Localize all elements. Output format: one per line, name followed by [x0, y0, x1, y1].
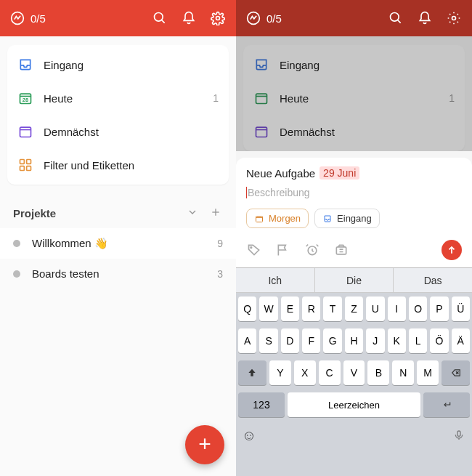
nav-upcoming[interactable]: Demnächst	[7, 115, 229, 148]
key-o[interactable]: O	[409, 297, 427, 321]
shift-key[interactable]	[238, 360, 266, 385]
key-l[interactable]: L	[409, 328, 427, 353]
left-pane: 0/5 Eingang 28	[0, 0, 236, 476]
key-k[interactable]: K	[388, 328, 406, 353]
nav-card: Eingang 28 Heute 1 Demnächst Filter und	[7, 45, 229, 185]
key-v[interactable]: V	[343, 360, 365, 385]
key-row: YXCVBNM	[236, 357, 472, 389]
key-ä[interactable]: Ä	[452, 328, 470, 353]
key-i[interactable]: I	[388, 297, 406, 321]
projects-section[interactable]: Projekte	[0, 198, 236, 228]
key-e[interactable]: E	[281, 297, 299, 321]
gear-icon[interactable]	[210, 10, 226, 26]
mic-key[interactable]	[448, 424, 470, 446]
add-task-fab[interactable]: +	[185, 425, 224, 464]
productivity-icon	[246, 11, 261, 25]
parsed-date-chip[interactable]: 29 Juni	[320, 166, 359, 179]
submit-button[interactable]	[442, 240, 462, 260]
more-icon[interactable]	[333, 242, 349, 258]
emoji-key[interactable]: ☺	[238, 424, 260, 446]
key-row: QWERTZUIOPÜ	[236, 293, 472, 325]
key-f[interactable]: F	[302, 328, 320, 353]
productivity-icon[interactable]	[10, 11, 25, 25]
project-count: 3	[217, 268, 223, 280]
key-ö[interactable]: Ö	[430, 328, 448, 353]
upcoming-icon	[17, 124, 33, 140]
chevron-down-icon[interactable]	[187, 206, 200, 219]
calendar-icon	[254, 214, 264, 224]
bell-icon[interactable]	[181, 10, 197, 26]
svg-rect-28	[256, 216, 263, 222]
description-input[interactable]: Beschreibung	[246, 187, 462, 198]
task-count: 0/5	[266, 12, 282, 25]
key-ü[interactable]: Ü	[452, 297, 470, 321]
return-key[interactable]	[423, 392, 470, 417]
nav-inbox[interactable]: Eingang	[7, 48, 229, 81]
inbox-icon	[322, 214, 333, 224]
flag-icon[interactable]	[275, 242, 291, 258]
key-j[interactable]: J	[366, 328, 384, 353]
section-title: Projekte	[13, 207, 56, 219]
key-row: ASDFGHJKLÖÄ	[236, 325, 472, 357]
svg-line-2	[162, 20, 165, 23]
key-x[interactable]: X	[294, 360, 316, 385]
reminder-icon[interactable]	[304, 242, 320, 258]
backspace-key[interactable]	[442, 360, 470, 385]
key-m[interactable]: M	[417, 360, 439, 385]
nav-today[interactable]: 28 Heute 1	[7, 81, 229, 115]
numbers-key[interactable]: 123	[238, 392, 285, 417]
bell-icon	[417, 10, 433, 26]
nav-label: Demnächst	[44, 126, 219, 138]
task-name-text: Neue Aufgabe	[246, 167, 315, 179]
nav-label: Filter und Etiketten	[44, 159, 219, 172]
today-icon: 28	[17, 90, 33, 106]
key-p[interactable]: P	[430, 297, 448, 321]
description-placeholder: Beschreibung	[248, 187, 310, 198]
suggestion[interactable]: Das	[394, 268, 472, 292]
task-name-input[interactable]: Neue Aufgabe 29 Juni	[246, 166, 462, 179]
project-label: Boards testen	[32, 267, 217, 280]
key-d[interactable]: D	[281, 328, 299, 353]
key-row: 123 Leerzeichen	[236, 389, 472, 421]
key-a[interactable]: A	[238, 328, 256, 353]
right-pane: 0/5 Eingang Heute1 Demnächst Neue Aufgab…	[236, 0, 472, 476]
key-q[interactable]: Q	[238, 297, 256, 321]
key-w[interactable]: W	[259, 297, 277, 321]
nav-filters[interactable]: Filter und Etiketten	[7, 148, 229, 182]
plus-icon[interactable]	[210, 206, 223, 219]
nav-label: Eingang	[44, 59, 219, 71]
key-s[interactable]: S	[259, 328, 277, 353]
svg-rect-17	[27, 166, 31, 171]
key-y[interactable]: Y	[269, 360, 291, 385]
quick-add-panel: Neue Aufgabe 29 Juni Beschreibung Morgen…	[236, 158, 472, 476]
svg-rect-14	[20, 160, 25, 164]
key-c[interactable]: C	[319, 360, 341, 385]
search-icon[interactable]	[152, 10, 168, 26]
spacebar-key[interactable]: Leerzeichen	[288, 392, 420, 417]
project-item[interactable]: Willkommen 👋 9	[0, 228, 236, 259]
project-item[interactable]: Boards testen 3	[0, 259, 236, 289]
key-r[interactable]: R	[302, 297, 320, 321]
suggestion[interactable]: Die	[315, 268, 394, 292]
svg-point-30	[251, 247, 252, 249]
svg-point-1	[155, 13, 163, 22]
header: 0/5	[0, 0, 236, 36]
svg-rect-26	[256, 127, 267, 137]
key-h[interactable]: H	[345, 328, 363, 353]
project-chip[interactable]: Eingang	[314, 209, 380, 228]
key-g[interactable]: G	[323, 328, 341, 353]
key-u[interactable]: U	[366, 297, 384, 321]
key-t[interactable]: T	[323, 297, 341, 321]
key-n[interactable]: N	[392, 360, 414, 385]
schedule-chip[interactable]: Morgen	[246, 209, 309, 228]
suggestion[interactable]: Ich	[236, 268, 315, 292]
project-count: 9	[217, 238, 223, 249]
task-count[interactable]: 0/5	[30, 12, 46, 25]
nav-label: Heute	[44, 92, 213, 105]
label-icon[interactable]	[246, 242, 262, 258]
svg-rect-16	[20, 166, 25, 171]
key-z[interactable]: Z	[345, 297, 363, 321]
keyboard: Ich Die Das QWERTZUIOPÜ ASDFGHJKLÖÄ YXCV…	[236, 267, 472, 476]
key-b[interactable]: B	[367, 360, 389, 385]
svg-text:28: 28	[23, 97, 28, 103]
